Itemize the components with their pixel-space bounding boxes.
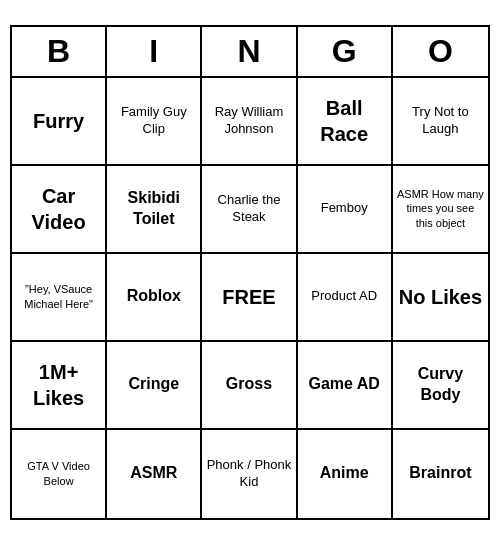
bingo-cell[interactable]: "Hey, VSauce Michael Here": [12, 254, 107, 342]
bingo-cell[interactable]: Family Guy Clip: [107, 78, 202, 166]
header-g: G: [298, 27, 393, 76]
bingo-card: B I N G O FurryFamily Guy ClipRay Willia…: [10, 25, 490, 520]
bingo-cell[interactable]: GTA V Video Below: [12, 430, 107, 518]
bingo-cell[interactable]: Car Video: [12, 166, 107, 254]
bingo-cell[interactable]: Curvy Body: [393, 342, 488, 430]
bingo-cell[interactable]: Femboy: [298, 166, 393, 254]
bingo-cell[interactable]: Anime: [298, 430, 393, 518]
header-n: N: [202, 27, 297, 76]
header-b: B: [12, 27, 107, 76]
bingo-cell[interactable]: ASMR: [107, 430, 202, 518]
bingo-cell[interactable]: No Likes: [393, 254, 488, 342]
bingo-cell[interactable]: Ball Race: [298, 78, 393, 166]
bingo-cell[interactable]: FREE: [202, 254, 297, 342]
bingo-cell[interactable]: Skibidi Toilet: [107, 166, 202, 254]
bingo-cell[interactable]: Furry: [12, 78, 107, 166]
header-i: I: [107, 27, 202, 76]
bingo-cell[interactable]: Cringe: [107, 342, 202, 430]
bingo-cell[interactable]: Gross: [202, 342, 297, 430]
bingo-cell[interactable]: ASMR How many times you see this object: [393, 166, 488, 254]
bingo-cell[interactable]: Game AD: [298, 342, 393, 430]
bingo-cell[interactable]: Ray William Johnson: [202, 78, 297, 166]
bingo-cell[interactable]: Phonk / Phonk Kid: [202, 430, 297, 518]
bingo-cell[interactable]: Try Not to Laugh: [393, 78, 488, 166]
bingo-cell[interactable]: 1M+ Likes: [12, 342, 107, 430]
bingo-cell[interactable]: Roblox: [107, 254, 202, 342]
bingo-cell[interactable]: Charlie the Steak: [202, 166, 297, 254]
bingo-grid: FurryFamily Guy ClipRay William JohnsonB…: [12, 78, 488, 518]
bingo-cell[interactable]: Product AD: [298, 254, 393, 342]
bingo-cell[interactable]: Brainrot: [393, 430, 488, 518]
header-o: O: [393, 27, 488, 76]
bingo-header: B I N G O: [12, 27, 488, 78]
